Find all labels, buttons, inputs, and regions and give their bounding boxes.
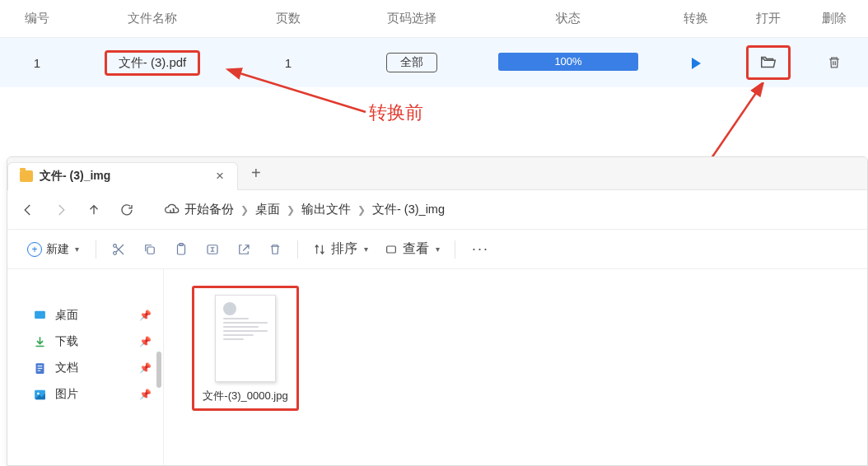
document-icon <box>32 361 47 375</box>
converter-data-row[interactable]: 1 文件- (3).pdf 1 全部 100% <box>0 38 868 87</box>
col-header-number: 编号 <box>0 11 74 26</box>
svg-rect-12 <box>37 365 42 366</box>
chevron-right-icon: ❯ <box>287 204 295 216</box>
row-open-cell <box>733 45 803 80</box>
svg-rect-5 <box>147 247 154 254</box>
file-item-highlight[interactable]: 文件-(3)_0000.jpg <box>192 286 299 411</box>
sort-icon <box>313 243 326 256</box>
svg-point-4 <box>114 244 117 247</box>
col-header-status: 状态 <box>478 11 659 26</box>
cloud-sync-icon <box>164 202 180 218</box>
trash-icon[interactable] <box>826 54 842 68</box>
more-button[interactable]: ··· <box>464 240 497 258</box>
converter-panel: 编号 文件名称 页数 页码选择 状态 转换 打开 删除 1 文件- (3).pd… <box>0 0 868 87</box>
explorer-tab[interactable]: 文件- (3)_img × <box>7 162 238 190</box>
progress-text: 100% <box>498 53 638 71</box>
play-icon[interactable] <box>688 54 703 68</box>
share-icon[interactable] <box>230 235 258 263</box>
col-header-filename: 文件名称 <box>74 11 231 26</box>
progress-bar: 100% <box>498 53 638 71</box>
open-folder-highlight <box>746 45 791 80</box>
col-header-open: 打开 <box>733 11 803 26</box>
sidebar-item-pictures[interactable]: 图片 📌 <box>7 381 163 408</box>
svg-rect-14 <box>37 370 40 370</box>
breadcrumb-current[interactable]: 文件- (3)_img <box>372 202 445 217</box>
col-header-pages: 页数 <box>231 11 346 26</box>
annotation-arrow-open <box>705 82 779 165</box>
breadcrumb-backup[interactable]: 开始备份 <box>164 202 234 218</box>
cut-icon[interactable] <box>105 235 133 263</box>
toolbar-separator <box>297 240 298 259</box>
toolbar-separator <box>96 240 96 259</box>
pin-icon: 📌 <box>139 389 152 400</box>
row-delete-cell <box>803 54 865 71</box>
explorer-sidebar: 桌面 📌 下载 📌 文档 📌 图片 📌 <box>7 269 164 465</box>
explorer-tab-bar: 文件- (3)_img × + <box>7 157 867 190</box>
paste-icon[interactable] <box>167 235 195 263</box>
row-number: 1 <box>0 56 74 70</box>
row-pages: 1 <box>231 56 346 70</box>
sidebar-item-downloads[interactable]: 下载 📌 <box>7 329 163 355</box>
nav-refresh-icon[interactable] <box>119 203 134 217</box>
file-thumbnail <box>215 295 276 382</box>
tab-close-icon[interactable]: × <box>212 168 227 184</box>
file-explorer-window: 文件- (3)_img × + 开始备份 ❯ 桌面 ❯ 输出文件 ❯ 文件- (… <box>7 156 868 466</box>
folder-icon <box>20 170 33 182</box>
breadcrumb: 开始备份 ❯ 桌面 ❯ 输出文件 ❯ 文件- (3)_img <box>164 202 445 218</box>
annotation-label-before: 转换前 <box>369 100 423 125</box>
pin-icon: 📌 <box>139 362 152 374</box>
svg-rect-13 <box>37 367 42 368</box>
pin-icon: 📌 <box>139 336 152 347</box>
explorer-body: 桌面 📌 下载 📌 文档 📌 图片 📌 <box>7 269 867 465</box>
row-status-cell: 100% <box>478 53 659 73</box>
sidebar-item-documents[interactable]: 文档 📌 <box>7 355 163 381</box>
toolbar-separator <box>455 240 455 259</box>
nav-forward-icon[interactable] <box>54 203 68 217</box>
file-name-label: 文件-(3)_0000.jpg <box>199 389 292 403</box>
chevron-down-icon: ▾ <box>364 245 368 254</box>
svg-line-1 <box>712 91 758 158</box>
explorer-toolbar: + 新建 ▾ 排序 ▾ 查看 ▾ ··· <box>7 230 867 269</box>
new-tab-button[interactable]: + <box>238 164 274 183</box>
chevron-right-icon: ❯ <box>240 204 249 216</box>
row-filename-cell: 文件- (3).pdf <box>74 50 231 76</box>
chevron-down-icon: ▾ <box>75 245 79 254</box>
picture-icon <box>32 387 47 402</box>
chevron-right-icon: ❯ <box>357 204 366 216</box>
row-page-select-cell: 全部 <box>346 53 478 72</box>
sidebar-scrollbar[interactable] <box>156 352 161 388</box>
delete-icon[interactable] <box>261 235 289 263</box>
breadcrumb-output[interactable]: 输出文件 <box>301 202 351 217</box>
chevron-down-icon: ▾ <box>436 245 440 254</box>
svg-point-3 <box>114 251 117 254</box>
svg-rect-9 <box>387 246 396 253</box>
col-header-convert: 转换 <box>659 11 733 26</box>
svg-point-16 <box>36 392 39 394</box>
explorer-nav-bar: 开始备份 ❯ 桌面 ❯ 输出文件 ❯ 文件- (3)_img <box>7 190 867 230</box>
row-convert-cell <box>659 54 733 70</box>
view-icon <box>385 243 398 256</box>
tab-title: 文件- (3)_img <box>40 169 206 184</box>
nav-up-icon[interactable] <box>86 203 101 217</box>
page-select-all-button[interactable]: 全部 <box>386 53 437 72</box>
converter-header-row: 编号 文件名称 页数 页码选择 状态 转换 打开 删除 <box>0 0 868 38</box>
nav-back-icon[interactable] <box>21 203 35 217</box>
desktop-icon <box>32 308 47 323</box>
pin-icon: 📌 <box>139 310 152 321</box>
view-button[interactable]: 查看 ▾ <box>378 240 446 258</box>
col-header-page-select: 页码选择 <box>346 11 478 26</box>
rename-icon[interactable] <box>198 235 226 263</box>
copy-icon[interactable] <box>136 235 164 263</box>
col-header-delete: 删除 <box>803 11 865 26</box>
breadcrumb-desktop[interactable]: 桌面 <box>255 202 280 217</box>
explorer-content: 文件-(3)_0000.jpg <box>164 269 867 465</box>
plus-circle-icon: + <box>27 242 42 257</box>
folder-open-icon[interactable] <box>759 54 777 72</box>
new-button[interactable]: + 新建 ▾ <box>19 237 87 262</box>
svg-rect-10 <box>35 310 45 318</box>
row-filename-highlight: 文件- (3).pdf <box>105 50 201 76</box>
download-icon <box>32 334 47 349</box>
sidebar-item-desktop[interactable]: 桌面 📌 <box>7 302 163 329</box>
sort-button[interactable]: 排序 ▾ <box>306 240 375 258</box>
